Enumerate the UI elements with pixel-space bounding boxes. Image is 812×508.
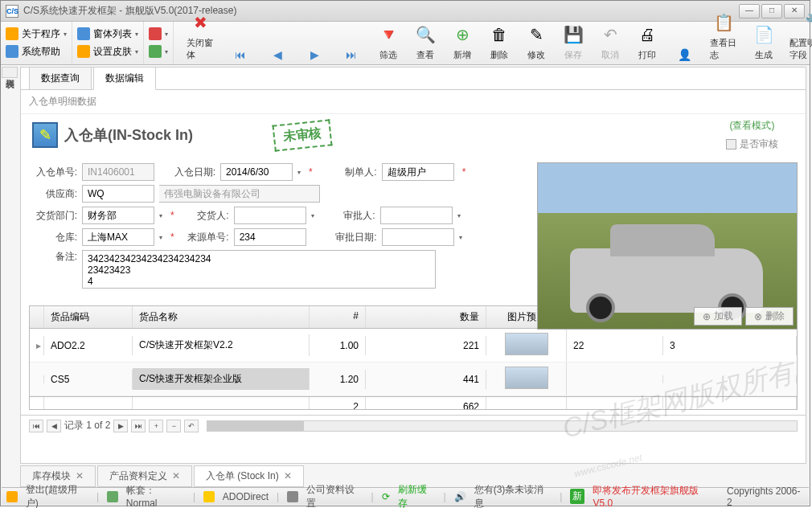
app-icon: C/S [6,5,18,18]
page-add[interactable]: + [149,420,163,432]
form-title: 入仓单(IN-Stock In) [64,125,193,145]
tool-log[interactable]: 📋查看日志 [705,8,743,63]
bolt-icon [203,491,215,502]
input-srcno[interactable] [234,228,306,246]
menu-flag[interactable]: ▾ [146,25,171,43]
tool-view[interactable]: 🔍查看 [409,20,441,63]
thumb-image [505,367,548,389]
input-supplier-code[interactable] [82,185,154,203]
content-panel: 数据查询 数据编辑 入仓单明细数据 ✎ 入仓单(IN-Stock In) 未审核… [20,67,806,464]
tab-query[interactable]: 数据查询 [29,67,92,89]
tool-cfg[interactable]: 🔧配置明细表字段 [785,8,812,63]
tool-filter[interactable]: 🔻筛选 [372,20,404,63]
input-deliverer[interactable] [234,207,306,224]
menu-winlist[interactable]: 窗体列表▾ [74,25,141,43]
table-row[interactable]: ▸ ADO2.2 C/S快速开发框架V2.2 1.00 221 22 3 [30,329,797,363]
menu-help[interactable]: 系统帮助 [2,43,70,60]
status-msg[interactable]: 您有(3)条未读消息 [474,483,552,509]
thumb-image [505,333,548,355]
input-approver[interactable] [380,207,453,224]
btab-stockin[interactable]: 入仓单 (Stock In)✕ [194,465,304,487]
page-prev[interactable]: ◀ [47,420,61,432]
input-dept[interactable] [82,207,154,224]
nav-next[interactable]: ▶ [298,47,330,63]
input-remark[interactable] [82,250,436,289]
sum-qty: 662 [366,397,486,410]
side-tab-modules[interactable]: 模块列表 [2,67,18,78]
tool-edit[interactable]: ✎修改 [520,20,552,63]
input-supplier-name [159,185,320,203]
titlebar: C/S C/S系统快速开发框架 - 旗舰版V5.0(2017-release) … [1,1,810,22]
menubar: 关于程序▾ 系统帮助 窗体列表▾ 设置皮肤▾ ▾ ▾ ✖关闭窗体 ⏮ ◀ ▶ ⏭… [1,22,810,65]
h-scrollbar[interactable] [207,420,798,432]
menu-color[interactable]: ▾ [146,43,171,60]
tool-print[interactable]: 🖨打印 [631,20,663,63]
tool-close[interactable]: ✖关闭窗体 [182,8,219,63]
plus-icon: ⊕ [703,311,711,322]
input-creator[interactable] [382,163,454,181]
mode-label: (查看模式) [726,119,778,133]
db-icon [107,491,118,502]
nav-first[interactable]: ⏮ [224,47,256,63]
page-last[interactable]: ⏭ [131,420,146,432]
image-delete-button[interactable]: ⊗删除 [745,307,794,326]
status-news[interactable]: 即将发布开发框架旗舰版 V5.0 [593,484,719,508]
news-badge: 新 [570,489,584,504]
status-refresh[interactable]: 刷新缓存 [398,483,436,509]
tool-add[interactable]: ⊕新增 [446,20,478,63]
refresh-icon: ⟳ [382,491,390,502]
image-load-button[interactable]: ⊕加载 [694,307,742,326]
page-next[interactable]: ▶ [113,420,128,432]
page-del[interactable]: − [166,420,181,432]
tab-edit[interactable]: 数据编辑 [93,67,156,90]
statusbar: 登出(超级用户)| 帐套：Normal| ADODirect| 公司资料设置| … [2,487,809,505]
input-appdate[interactable] [382,228,454,246]
input-no[interactable] [82,163,154,181]
sum-sharp: 2 [310,397,366,410]
close-icon[interactable]: ✕ [76,470,84,481]
pager: ⏮ ◀ 记录 1 of 2 ▶ ⏭ + − ↶ [21,415,806,436]
input-date[interactable] [220,163,293,181]
audit-checkbox[interactable] [726,139,736,150]
table-row[interactable]: CS5 C/S快速开发框架企业版 1.20 441 [30,363,797,396]
image-preview: ⊕加载 ⊗删除 [537,162,798,330]
status-login[interactable]: 登出(超级用户) [26,483,88,509]
close-icon[interactable]: ✕ [172,470,180,481]
copyright: Copyrights 2006-2 [727,485,804,508]
tool-del[interactable]: 🗑删除 [483,20,515,63]
nav-last[interactable]: ⏭ [335,47,367,63]
tool-save[interactable]: 💾保存 [557,20,589,63]
page-undo[interactable]: ↶ [184,420,199,432]
tool-gen[interactable]: 📄生成 [748,20,780,63]
x-icon: ⊗ [754,311,762,322]
tool-user[interactable]: 👤 [668,47,700,63]
panel-subtitle: 入仓单明细数据 [21,90,806,114]
page-first[interactable]: ⏮ [29,420,43,432]
gear-icon [287,491,298,502]
status-company[interactable]: 公司资料设置 [306,483,363,509]
menu-skin[interactable]: 设置皮肤▾ [74,43,141,60]
form-icon: ✎ [32,122,58,148]
speaker-icon: 🔊 [454,491,466,502]
audit-stamp: 未审核 [272,119,332,151]
close-icon[interactable]: ✕ [284,470,292,481]
maximize-button[interactable]: □ [761,4,782,18]
input-wh[interactable] [82,228,154,246]
menu-about[interactable]: 关于程序▾ [2,25,70,43]
nav-prev[interactable]: ◀ [261,47,293,63]
user-icon [6,491,18,502]
tool-cancel[interactable]: ↶取消 [594,20,626,63]
